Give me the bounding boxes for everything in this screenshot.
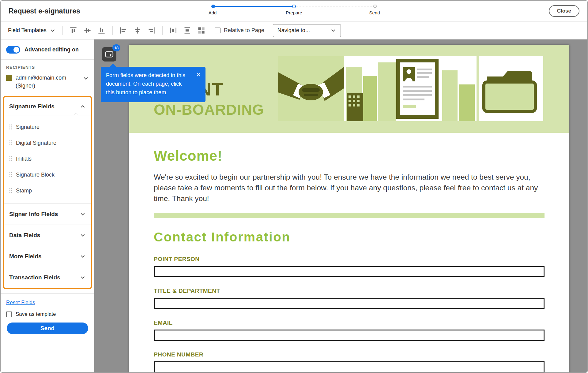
chevron-down-icon[interactable] [83, 75, 89, 81]
relative-to-page-checkbox-row[interactable]: Relative to Page [215, 27, 264, 34]
recipient-row[interactable]: admin@domain.com (Signer) [6, 74, 89, 90]
advanced-editing-toggle[interactable] [6, 46, 20, 54]
step-label-send: Send [369, 10, 380, 15]
chevron-down-icon [80, 232, 86, 238]
chevron-up-icon [80, 103, 86, 110]
tooltip-text: Form fields were detected in this docume… [106, 72, 185, 95]
match-size-button[interactable] [194, 24, 209, 37]
form-fields-detected-tooltip: Form fields were detected in this docume… [101, 67, 205, 102]
field-item-stamp[interactable]: Stamp [4, 183, 91, 199]
top-bar: Request e-signatures Add Prepare Send Cl… [1, 1, 587, 21]
align-middle-icon [83, 26, 92, 35]
stepper-segment-complete [214, 6, 293, 7]
field-item-digital-signature[interactable]: Digital Signature [4, 135, 91, 151]
drag-handle-icon[interactable] [9, 172, 12, 178]
divider [4, 267, 91, 267]
match-size-icon [197, 26, 205, 35]
email-label: EMAIL [154, 319, 545, 326]
recipient-email: admin@domain.com [16, 74, 66, 82]
relative-to-page-label: Relative to Page [224, 27, 264, 34]
divider [4, 203, 91, 204]
field-item-initials[interactable]: Initials [4, 151, 91, 167]
divider [4, 246, 91, 246]
relative-to-page-checkbox[interactable] [215, 28, 221, 33]
email-field-box [154, 330, 545, 341]
phone-number-field-box [154, 361, 545, 372]
place-form-fields-icon [105, 50, 114, 59]
distribute-vertical-icon [183, 26, 191, 35]
drag-handle-icon[interactable] [9, 156, 12, 162]
divider [4, 225, 91, 225]
document-canvas[interactable]: 18 Form fields were detected in this doc… [94, 39, 587, 372]
advanced-editing-label: Advanced editing on [24, 47, 79, 53]
field-item-signature[interactable]: Signature [4, 119, 91, 135]
main-area: Advanced editing on RECIPIENTS admin@dom… [1, 39, 587, 372]
align-top-button[interactable] [66, 24, 81, 37]
page-title: Request e-signatures [9, 7, 80, 15]
align-center-icon [133, 26, 141, 35]
align-bottom-button[interactable] [95, 24, 109, 37]
recipients-heading: RECIPIENTS [6, 65, 89, 70]
group-label: Data Fields [9, 232, 40, 239]
align-right-button[interactable] [145, 24, 159, 37]
folder-illustration [479, 56, 543, 121]
navigate-to-dropdown[interactable]: Navigate to... [273, 24, 341, 37]
tooltip-close-icon[interactable]: ✕ [196, 70, 201, 79]
field-templates-button[interactable]: Field Templates [5, 27, 59, 34]
field-toolbar: Field Templates [1, 21, 587, 39]
toolbar-separator [62, 26, 63, 35]
recipients-section: RECIPIENTS admin@domain.com (Signer) [1, 60, 94, 94]
group-data-fields[interactable]: Data Fields [4, 225, 91, 246]
align-middle-button[interactable] [81, 24, 95, 37]
divider [4, 115, 91, 115]
group-more-fields[interactable]: More Fields [4, 246, 91, 267]
align-bottom-icon [97, 26, 106, 35]
point-person-label: POINT PERSON [154, 256, 545, 263]
align-left-button[interactable] [116, 24, 130, 37]
advanced-editing-row: Advanced editing on [1, 39, 94, 59]
distribute-horizontal-button[interactable] [166, 24, 180, 37]
group-transaction-fields[interactable]: Transaction Fields [4, 267, 91, 288]
welcome-paragraph: We're so excited to begin our partnershi… [154, 172, 545, 204]
send-button[interactable]: Send [7, 323, 88, 334]
drag-handle-icon[interactable] [9, 140, 12, 146]
step-dot-send [373, 5, 377, 8]
group-signature-fields[interactable]: Signature Fields [4, 97, 91, 115]
recipient-color-swatch [6, 75, 12, 81]
save-as-template-row[interactable]: Save as template [6, 311, 89, 317]
field-item-signature-block[interactable]: Signature Block [4, 167, 91, 183]
document-body: Welcome! We're so excited to begin our p… [129, 147, 569, 372]
group-label: Signer Info Fields [9, 211, 58, 218]
drag-handle-icon[interactable] [9, 124, 12, 130]
reset-fields-link[interactable]: Reset Fields [6, 300, 89, 306]
drag-handle-icon[interactable] [9, 188, 12, 194]
save-as-template-checkbox[interactable] [6, 311, 12, 317]
signature-fields-list: Signature Digital Signature Initials Sig… [4, 115, 91, 203]
request-esignatures-window: Request e-signatures Add Prepare Send Cl… [0, 0, 588, 373]
group-label: Signature Fields [9, 103, 55, 110]
point-person-field-box [154, 266, 545, 277]
detected-fields-count-badge: 18 [112, 44, 120, 51]
banner-illustrations [278, 56, 543, 121]
distribute-vertical-button[interactable] [180, 24, 194, 37]
fields-sidebar: Advanced editing on RECIPIENTS admin@dom… [1, 39, 94, 372]
handshake-illustration [278, 56, 344, 121]
toggle-knob [13, 47, 19, 53]
city-document-illustration [344, 56, 477, 121]
align-center-button[interactable] [130, 24, 145, 37]
chevron-down-icon [80, 253, 86, 259]
place-form-fields-button[interactable]: 18 [102, 47, 116, 62]
close-button[interactable]: Close [549, 5, 579, 17]
navigate-to-value: Navigate to... [277, 27, 310, 34]
chevron-down-icon [50, 28, 56, 34]
banner-title-line2: ON-BOARDING [154, 103, 264, 117]
field-templates-label: Field Templates [8, 27, 47, 34]
group-signer-info-fields[interactable]: Signer Info Fields [4, 204, 91, 225]
chevron-down-icon [330, 28, 336, 34]
chevron-down-icon [80, 274, 86, 281]
phone-number-label: PHONE NUMBER [154, 351, 545, 358]
progress-stepper: Add Prepare Send [211, 4, 377, 17]
save-as-template-label: Save as template [16, 311, 56, 317]
step-label-add: Add [209, 10, 217, 15]
recipient-text: admin@domain.com (Signer) [16, 74, 66, 90]
